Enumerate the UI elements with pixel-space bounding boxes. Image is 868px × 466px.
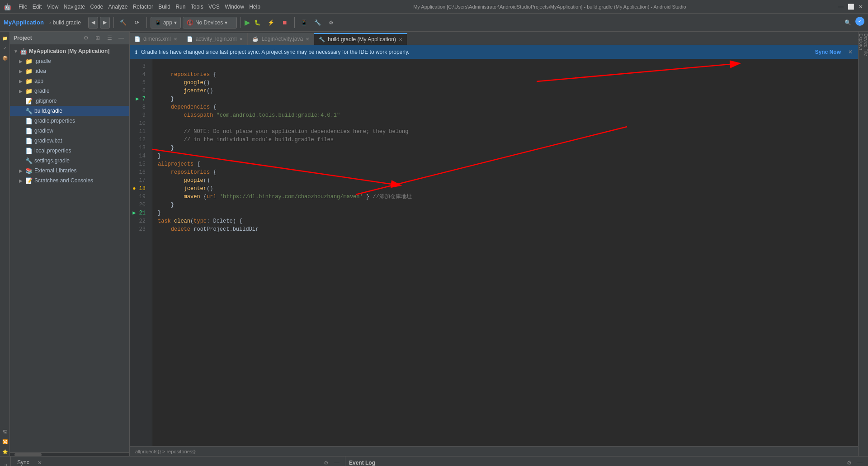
project-panel-scrollbar[interactable] bbox=[10, 452, 129, 456]
tree-item-idea[interactable]: ▶ 📁 .idea bbox=[10, 66, 129, 76]
project-panel-settings-icon[interactable]: ☰ bbox=[105, 33, 114, 43]
gradle-label: .gradle bbox=[34, 58, 51, 64]
tree-item-app[interactable]: ▶ 📁 app bbox=[10, 76, 129, 86]
tab-activity-login-xml[interactable]: 📄 activity_login.xml ✕ bbox=[182, 33, 248, 45]
resource-sidebar-btn[interactable]: 📦 bbox=[0, 53, 9, 62]
project-sidebar-toggle[interactable]: 📁 bbox=[0, 33, 9, 43]
device-selector-dropdown[interactable]: 📵 No Devices ▾ bbox=[183, 17, 237, 29]
breadcrumb-text: allprojects{} > repositories{} bbox=[135, 449, 196, 454]
tab-build-gradle[interactable]: 🔧 build.gradle (My Application) ✕ bbox=[314, 33, 407, 45]
tree-item-gradlew-bat[interactable]: 📄 gradlew.bat bbox=[10, 136, 129, 146]
tab-login-activity-java[interactable]: ☕ LoginActivity.java ✕ bbox=[248, 33, 314, 45]
stop-button[interactable]: ⏹ bbox=[279, 17, 291, 29]
line-num-19: 19 bbox=[130, 193, 148, 201]
tree-item-gradlew[interactable]: 📄 gradlew bbox=[10, 126, 129, 136]
app-selector-icon: 📱 bbox=[155, 19, 161, 26]
avd-manager-icon[interactable]: 📱 bbox=[298, 17, 310, 29]
project-panel-minimize-icon[interactable]: — bbox=[117, 33, 126, 43]
tree-item-gradle-folder[interactable]: ▶ 📁 gradle bbox=[10, 86, 129, 96]
maximize-button[interactable]: ⬜ bbox=[847, 3, 854, 10]
dimens-tab-icon: 📄 bbox=[134, 36, 141, 42]
device-file-explorer-btn[interactable]: Device File Explorer bbox=[859, 33, 868, 70]
tree-item-build-gradle[interactable]: 🔧 build.gradle bbox=[10, 106, 129, 116]
settings-icon[interactable]: ⚙ bbox=[326, 17, 337, 29]
gradle-folder-arrow: ▶ bbox=[19, 89, 24, 94]
line-num-11: 11 bbox=[130, 128, 148, 136]
tab-gradle-close[interactable]: ✕ bbox=[399, 37, 402, 42]
breadcrumb-bar: allprojects{} > repositories{} bbox=[130, 446, 858, 456]
sync-now-button[interactable]: Sync Now bbox=[815, 49, 841, 55]
event-log-header: Event Log ⚙ — bbox=[345, 456, 868, 466]
gradlew-bat-icon: 📄 bbox=[25, 138, 33, 144]
tree-item-settings-gradle[interactable]: 🔧 settings.gradle bbox=[10, 156, 129, 166]
line-num-20: 20 bbox=[130, 201, 148, 209]
idea-folder-icon: 📁 bbox=[25, 68, 33, 75]
build-panel-settings-icon[interactable]: ⚙ bbox=[321, 458, 330, 466]
event-log-settings-icon[interactable]: ⚙ bbox=[844, 458, 854, 466]
ext-libs-label: External Libraries bbox=[34, 167, 76, 174]
menu-file[interactable]: File Edit View Navigate Code Analyze Ref… bbox=[17, 4, 262, 10]
tree-item-external-libs[interactable]: ▶ 📚 External Libraries bbox=[10, 166, 129, 176]
right-sidebar: Device File Explorer bbox=[858, 32, 868, 456]
code-content[interactable]: repositories { google() jcenter() } depe… bbox=[152, 59, 858, 446]
build-panel-header: Sync ✕ ⚙ — bbox=[11, 456, 345, 466]
tab-dimens-xml[interactable]: 📄 dimens.xml ✕ bbox=[130, 33, 182, 45]
line-num-3: 3 bbox=[130, 62, 148, 71]
search-icon[interactable]: 🔍 bbox=[842, 17, 854, 29]
line-num-14: 14 bbox=[130, 152, 148, 160]
gradle-props-icon: 📄 bbox=[25, 118, 33, 124]
tree-item-scratches[interactable]: ▶ 📝 Scratches and Consoles bbox=[10, 176, 129, 185]
project-panel-gear-icon[interactable]: ⚙ bbox=[81, 33, 90, 43]
line-num-15: 15 bbox=[130, 160, 148, 168]
bottom-panel: TODO Build Logcat Terminal Sync ✕ ⚙ — ☰ … bbox=[0, 456, 868, 466]
build-tab-close-icon[interactable]: ✕ bbox=[35, 459, 45, 466]
line-num-23: 23 bbox=[130, 225, 148, 233]
todo-sidebar-btn[interactable]: TODO bbox=[0, 458, 10, 466]
project-panel-layout-icon[interactable]: ⊞ bbox=[93, 33, 102, 43]
toolbar-sync-icon[interactable]: ⟳ bbox=[131, 17, 143, 29]
tree-item-root[interactable]: ▼ 🤖 MyApplication [My Application] bbox=[10, 46, 129, 56]
local-props-label: local.properties bbox=[34, 147, 71, 154]
separator-3 bbox=[294, 17, 295, 28]
run-button[interactable]: ▶ bbox=[245, 18, 250, 27]
main-layout: 📁 ✓ 📦 🏗 🔀 ⭐ Project ⚙ ⊞ ☰ — ▼ 🤖 MyApplic… bbox=[0, 32, 868, 456]
minimize-button[interactable]: — bbox=[837, 3, 844, 10]
java-tab-icon: ☕ bbox=[252, 36, 259, 42]
tab-gradle-label: build.gradle (My Application) bbox=[328, 36, 396, 43]
notification-close-button[interactable]: ✕ bbox=[848, 49, 853, 55]
build-variants-btn[interactable]: 🔀 bbox=[0, 437, 9, 446]
toolbar-nav-back[interactable]: ◀ bbox=[88, 17, 98, 29]
debug-button[interactable]: 🐛 bbox=[252, 17, 264, 29]
structure-sidebar-btn[interactable]: 🏗 bbox=[0, 427, 9, 436]
event-log-minimize-icon[interactable]: — bbox=[855, 458, 864, 466]
commit-sidebar-btn[interactable]: ✓ bbox=[0, 43, 9, 52]
tree-item-gradle-props[interactable]: 📄 gradle.properties bbox=[10, 116, 129, 126]
app-selector-dropdown[interactable]: 📱 app ▾ bbox=[151, 17, 181, 29]
tab-activity-close[interactable]: ✕ bbox=[239, 37, 243, 42]
profile-icon[interactable]: ✓ bbox=[855, 17, 864, 26]
event-log-panel: Event Log ⚙ — ☰ 🗑 They can be enabled ag… bbox=[345, 456, 868, 466]
gradle-folder-label: gradle bbox=[34, 88, 49, 94]
tab-java-close[interactable]: ✕ bbox=[306, 37, 309, 42]
gradle2-folder-icon: 📁 bbox=[25, 88, 33, 95]
sdk-manager-icon[interactable]: 🔧 bbox=[312, 17, 324, 29]
close-button[interactable]: ✕ bbox=[857, 3, 864, 10]
build-panel-minimize-icon[interactable]: — bbox=[332, 458, 341, 466]
tab-dimens-close[interactable]: ✕ bbox=[174, 37, 177, 42]
project-panel-header: Project ⚙ ⊞ ☰ — bbox=[10, 32, 129, 44]
app-arrow: ▶ bbox=[19, 79, 24, 84]
toolbar-nav-forward[interactable]: ▶ bbox=[100, 17, 110, 29]
favorites-btn[interactable]: ⭐ bbox=[0, 447, 9, 456]
project-logo: MyApplication bbox=[4, 19, 44, 26]
scratches-arrow: ▶ bbox=[19, 178, 24, 183]
line-num-22: 22 bbox=[130, 217, 148, 225]
tree-item-local-props[interactable]: 📄 local.properties bbox=[10, 146, 129, 156]
profile-button[interactable]: ⚡ bbox=[265, 17, 277, 29]
tree-item-gradle[interactable]: ▶ 📁 .gradle bbox=[10, 56, 129, 66]
toolbar-build-icon[interactable]: 🔨 bbox=[118, 17, 129, 29]
device-label: No Devices bbox=[195, 19, 223, 26]
line-numbers: 3 4 5 6 ▶ 7 8 9 10 11 12 13 14 15 16 17 … bbox=[130, 59, 152, 446]
tree-item-gitignore[interactable]: 📝 .gitignore bbox=[10, 96, 129, 106]
line-num-13: 13 bbox=[130, 144, 148, 152]
build-tab-sync[interactable]: Sync bbox=[14, 458, 32, 466]
